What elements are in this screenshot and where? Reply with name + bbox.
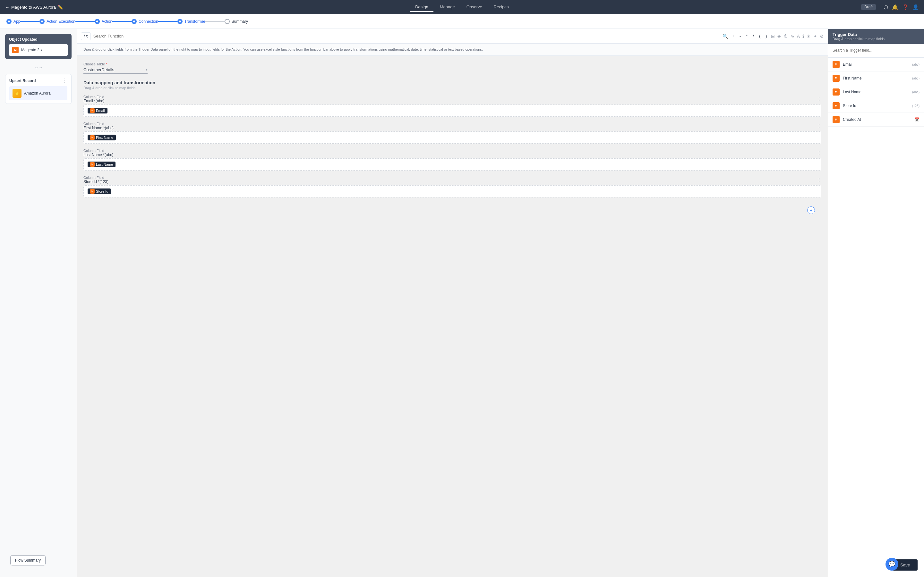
step-label-app: App <box>13 19 20 24</box>
pipeline-step-transformer[interactable]: Transformer <box>178 19 205 24</box>
multiply-operator[interactable]: * <box>745 33 749 39</box>
trigger-email-name: Email <box>843 62 909 67</box>
trigger-panel-title: Trigger Data <box>833 32 919 37</box>
column-field-email-label: Column Field <box>83 95 104 99</box>
fx-button[interactable]: f x <box>81 32 91 40</box>
trigger-data-panel: Trigger Data Drag & drop or click to map… <box>828 29 924 577</box>
table-select[interactable]: CustomerDetails ▾ <box>83 67 148 74</box>
trigger-fields-list: M Email (abc) M First Name (abc) M Last … <box>828 58 924 127</box>
pipeline-step-action-execution[interactable]: Action Execution <box>39 19 75 24</box>
tab-recipes[interactable]: Recipes <box>489 3 514 12</box>
trigger-field-createdat[interactable]: M Created At 📅 <box>828 113 924 127</box>
left-sidebar: Object Updated M Magento 2.x ⌄⌄ Upsert R… <box>0 29 77 577</box>
trigger-createdat-name: Created At <box>843 117 911 122</box>
action-card-header: Upsert Record ⋮ <box>9 77 67 84</box>
column-field-firstname-menu-icon[interactable]: ⋮ <box>817 123 821 129</box>
pipeline-step-connection[interactable]: Connection <box>132 19 158 24</box>
storeid-input-box[interactable]: M Store Id <box>83 185 821 197</box>
lastname-input-box[interactable]: M Last Name <box>83 158 821 171</box>
wave-icon[interactable]: ∿ <box>790 34 795 39</box>
column-field-storeid-header: Column Field Store Id *(123) ⋮ <box>83 176 821 184</box>
storeid-tag-icon: M <box>90 189 95 193</box>
info-icon[interactable]: ℹ <box>803 34 804 39</box>
trigger-storeid-name: Store Id <box>843 103 909 108</box>
back-arrow-icon: ← <box>5 5 9 10</box>
action-menu-icon[interactable]: ⋮ <box>62 77 67 84</box>
trigger-field-email[interactable]: M Email (abc) <box>828 58 924 71</box>
action-app[interactable]: ⭐ Amazon Aurora <box>9 86 67 100</box>
tab-design[interactable]: Design <box>410 3 433 12</box>
trigger-createdat-icon: M <box>833 116 840 123</box>
search-icon[interactable]: 🔍 <box>722 34 728 39</box>
email-input-box[interactable]: M Email <box>83 105 821 117</box>
step-label-action-execution: Action Execution <box>47 19 75 24</box>
trigger-field-lastname[interactable]: M Last Name (abc) <box>828 85 924 99</box>
pipeline-step-summary[interactable]: Summary <box>225 19 248 24</box>
back-button[interactable]: ← Magento to AWS Aurora ✏️ <box>5 5 63 10</box>
column-field-lastname-menu-icon[interactable]: ⋮ <box>817 150 821 155</box>
text-icon[interactable]: A <box>797 34 800 39</box>
trigger-app-name: Magento 2.x <box>21 48 42 52</box>
search-function-input[interactable] <box>94 34 720 39</box>
tab-manage[interactable]: Manage <box>435 3 460 12</box>
lastname-tag: M Last Name <box>87 161 115 167</box>
table-select-arrow-icon: ▾ <box>145 67 148 72</box>
edit-icon[interactable]: ✏️ <box>58 5 63 10</box>
close-paren-operator[interactable]: ) <box>764 33 768 39</box>
required-star: * <box>106 62 107 66</box>
trigger-storeid-icon: M <box>833 102 840 109</box>
table-select-value: CustomerDetails <box>83 67 144 72</box>
divide-operator[interactable]: / <box>751 33 755 39</box>
clock-icon[interactable]: ⏱ <box>783 34 788 39</box>
trigger-createdat-calendar-icon: 📅 <box>915 117 919 122</box>
grid-icon[interactable]: ⊞ <box>771 34 775 39</box>
column-field-lastname-label: Column Field <box>83 149 113 153</box>
add-field-button[interactable]: + <box>807 206 815 214</box>
step-dot-app <box>6 19 11 24</box>
step-dot-summary <box>225 19 230 24</box>
lastname-tag-label: Last Name <box>96 163 113 166</box>
notification-icon[interactable]: 🔔 <box>892 4 898 10</box>
trigger-field-storeid[interactable]: M Store Id (123) <box>828 99 924 113</box>
app-title: Magento to AWS Aurora <box>11 5 56 10</box>
main-area: Object Updated M Magento 2.x ⌄⌄ Upsert R… <box>0 29 924 577</box>
action-card-title: Upsert Record <box>9 79 36 83</box>
lastname-tag-icon: M <box>90 162 95 167</box>
trigger-firstname-name: First Name <box>843 76 909 81</box>
chart-icon[interactable]: ◈ <box>777 34 781 39</box>
open-paren-operator[interactable]: ( <box>758 33 762 39</box>
star-icon[interactable]: ✦ <box>813 34 817 39</box>
tab-observe[interactable]: Observe <box>461 3 487 12</box>
action-card: Upsert Record ⋮ ⭐ Amazon Aurora <box>5 74 71 104</box>
connector-1 <box>20 21 39 22</box>
mapping-section: Data mapping and transformation Drag & d… <box>83 80 821 214</box>
external-link-icon[interactable]: ⬡ <box>884 4 888 10</box>
sun-icon[interactable]: ☀ <box>806 34 811 39</box>
flow-summary-button[interactable]: Flow Summary <box>10 555 45 566</box>
column-field-storeid-menu-icon[interactable]: ⋮ <box>817 177 821 182</box>
trigger-search-input[interactable] <box>833 48 919 54</box>
connector-5 <box>205 21 225 22</box>
column-field-email-name: Email *(abc) <box>83 99 104 103</box>
help-icon[interactable]: ❓ <box>902 4 909 10</box>
func-icons: ⊞ ◈ ⏱ ∿ A ℹ ☀ ✦ ⚙ <box>771 34 824 39</box>
chat-icon: 💬 <box>888 561 895 568</box>
minus-operator[interactable]: - <box>738 33 742 39</box>
column-field-lastname-header: Column Field Last Name *(abc) ⋮ <box>83 149 821 157</box>
chat-button[interactable]: 💬 <box>885 558 898 571</box>
trigger-app[interactable]: M Magento 2.x <box>9 44 68 56</box>
firstname-input-box[interactable]: M First Name <box>83 131 821 143</box>
settings-icon[interactable]: ⚙ <box>820 34 824 39</box>
user-icon[interactable]: 👤 <box>913 4 919 10</box>
trigger-title: Object Updated <box>9 37 68 42</box>
pipeline-step-app[interactable]: App <box>6 19 20 24</box>
connector-3 <box>112 21 132 22</box>
step-label-summary: Summary <box>232 19 248 24</box>
trigger-field-firstname[interactable]: M First Name (abc) <box>828 71 924 85</box>
plus-operator[interactable]: + <box>730 33 736 39</box>
aurora-icon: ⭐ <box>13 89 21 98</box>
column-field-email-menu-icon[interactable]: ⋮ <box>817 97 821 102</box>
trigger-panel-subtitle: Drag & drop or click to map fields <box>833 37 919 41</box>
nav-actions: ⬡ 🔔 ❓ 👤 <box>884 4 919 10</box>
pipeline-step-action[interactable]: Action <box>95 19 112 24</box>
